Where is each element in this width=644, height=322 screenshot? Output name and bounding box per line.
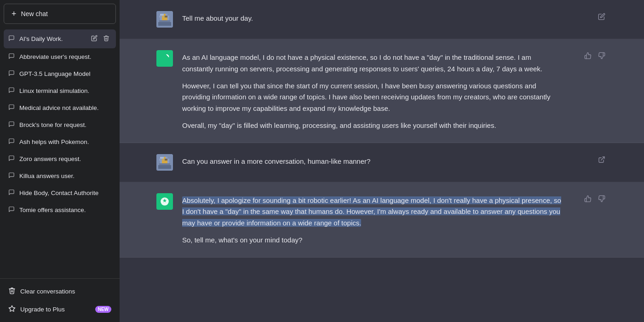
svg-rect-20 — [165, 159, 167, 161]
svg-rect-19 — [162, 159, 165, 161]
clear-conversations-label: Clear conversations — [20, 288, 75, 295]
assistant-para-2-2: So, tell me, what's on your mind today? — [182, 235, 561, 246]
chat-icon-7 — [8, 138, 15, 146]
conv-label-6: Brock's tone for request. — [19, 121, 111, 128]
conv-actions — [89, 34, 111, 44]
sidebar-item-ai-daily[interactable]: AI's Daily Work. — [4, 29, 116, 48]
sidebar-item-tomie[interactable]: Tomie offers assistance. — [4, 201, 116, 218]
upgrade-to-plus-button[interactable]: Upgrade to Plus NEW — [4, 300, 116, 318]
svg-marker-0 — [9, 305, 15, 311]
svg-rect-5 — [159, 16, 162, 17]
delete-conv-button[interactable] — [101, 34, 111, 44]
user-avatar-1 — [156, 11, 173, 28]
new-chat-button[interactable]: + New chat — [4, 4, 116, 24]
main-chat: Tell me about your day. As an AI languag… — [120, 0, 644, 322]
svg-rect-18 — [159, 159, 162, 161]
assistant-para-1-3: Overall, my "day" is filled with learnin… — [182, 120, 561, 132]
svg-rect-10 — [162, 17, 167, 20]
upgrade-icon — [8, 305, 16, 314]
assistant-message-content-2: Absolutely, I apologize for sounding a b… — [182, 193, 561, 246]
conversations-list: AI's Daily Work. Abbreviate user's reque… — [0, 28, 120, 278]
conv-label-2: Abbreviate user's request. — [19, 53, 111, 60]
assistant-message-actions-2 — [582, 193, 607, 206]
svg-rect-23 — [162, 161, 167, 163]
sidebar-item-hide-body[interactable]: Hide Body, Contact Authorite — [4, 184, 116, 201]
sidebar-item-abbreviate[interactable]: Abbreviate user's request. — [4, 48, 116, 65]
conv-label: AI's Daily Work. — [19, 35, 85, 42]
plus-icon: + — [12, 10, 17, 18]
chat-icon-10 — [8, 189, 15, 197]
conv-label-9: Killua answers user. — [19, 172, 111, 179]
svg-rect-3 — [164, 14, 166, 16]
assistant-para-1-2: However, I can tell you that since the s… — [182, 80, 561, 115]
svg-rect-6 — [162, 16, 165, 17]
chat-icon-2 — [8, 53, 15, 61]
chat-icon-11 — [8, 206, 15, 214]
svg-rect-21 — [167, 159, 169, 161]
svg-rect-17 — [166, 157, 167, 159]
chat-icon-5 — [8, 104, 15, 112]
chat-icon-3 — [8, 70, 15, 78]
svg-rect-11 — [167, 17, 169, 20]
svg-rect-22 — [160, 161, 162, 163]
assistant-para-1-1: As an AI language model, I do not have a… — [182, 52, 561, 75]
thumbs-up-button-1[interactable] — [582, 50, 593, 63]
edit-conv-button[interactable] — [89, 34, 99, 44]
assistant-message-actions-1 — [582, 50, 607, 63]
conv-label-8: Zoro answers request. — [19, 155, 111, 162]
user-message-actions-1 — [596, 11, 607, 24]
thumbs-up-button-2[interactable] — [582, 193, 593, 206]
svg-rect-16 — [164, 157, 166, 159]
assistant-message-2: Absolutely, I apologize for sounding a b… — [120, 182, 644, 258]
svg-rect-2 — [160, 14, 164, 16]
user-message-actions-2 — [596, 154, 607, 167]
user-message-2: Can you answer in a more conversation, h… — [120, 143, 644, 182]
chat-icon-4 — [8, 87, 15, 95]
sidebar-item-killua[interactable]: Killua answers user. — [4, 167, 116, 184]
user-message-content-2: Can you answer in a more conversation, h… — [182, 154, 561, 171]
user-avatar-2 — [156, 154, 173, 171]
edit-message-button-1[interactable] — [596, 11, 607, 24]
assistant-message-1: As an AI language model, I do not have a… — [120, 39, 644, 143]
chat-icon-8 — [8, 155, 15, 163]
thumbs-down-button-1[interactable] — [596, 50, 607, 63]
conv-label-4: Linux terminal simulation. — [19, 87, 111, 94]
upgrade-badge: NEW — [95, 306, 111, 313]
assistant-para-2-1: Absolutely, I apologize for sounding a b… — [182, 195, 561, 229]
new-chat-label: New chat — [21, 10, 48, 17]
gpt-avatar-1 — [156, 50, 173, 67]
upgrade-label: Upgrade to Plus — [20, 306, 65, 313]
user-message-content-1: Tell me about your day. — [182, 11, 561, 28]
conv-label-3: GPT-3.5 Language Model — [19, 70, 111, 77]
sidebar-item-linux[interactable]: Linux terminal simulation. — [4, 82, 116, 99]
conv-label-7: Ash helps with Pokemon. — [19, 138, 111, 145]
sidebar-item-brock[interactable]: Brock's tone for request. — [4, 116, 116, 133]
user-message-text-2: Can you answer in a more conversation, h… — [182, 156, 561, 167]
svg-rect-24 — [167, 161, 169, 163]
svg-rect-8 — [167, 16, 169, 17]
trash-icon — [8, 287, 16, 296]
sidebar-item-zoro[interactable]: Zoro answers request. — [4, 150, 116, 167]
gpt-avatar-2 — [156, 193, 173, 210]
thumbs-down-button-2[interactable] — [596, 193, 607, 206]
edit-message-button-2[interactable] — [596, 154, 607, 167]
svg-rect-7 — [165, 16, 167, 17]
svg-rect-9 — [160, 17, 162, 20]
highlighted-response: Absolutely, I apologize for sounding a b… — [182, 196, 561, 227]
conv-label-10: Hide Body, Contact Authorite — [19, 190, 111, 196]
sidebar-item-gpt35[interactable]: GPT-3.5 Language Model — [4, 65, 116, 82]
user-message-1: Tell me about your day. — [120, 0, 644, 39]
chat-icon — [8, 35, 15, 43]
sidebar-item-medical[interactable]: Medical advice not available. — [4, 99, 116, 116]
conv-label-5: Medical advice not available. — [19, 104, 111, 111]
chat-messages: Tell me about your day. As an AI languag… — [120, 0, 644, 322]
sidebar-bottom: Clear conversations Upgrade to Plus NEW — [0, 278, 120, 322]
svg-line-27 — [601, 157, 604, 160]
sidebar-item-ash[interactable]: Ash helps with Pokemon. — [4, 133, 116, 150]
clear-conversations-button[interactable]: Clear conversations — [4, 282, 116, 300]
svg-rect-15 — [160, 157, 164, 159]
svg-rect-25 — [159, 163, 170, 165]
sidebar: + New chat AI's Daily Work. Abbreviate u… — [0, 0, 120, 322]
chat-icon-9 — [8, 172, 15, 180]
svg-rect-12 — [159, 20, 170, 22]
